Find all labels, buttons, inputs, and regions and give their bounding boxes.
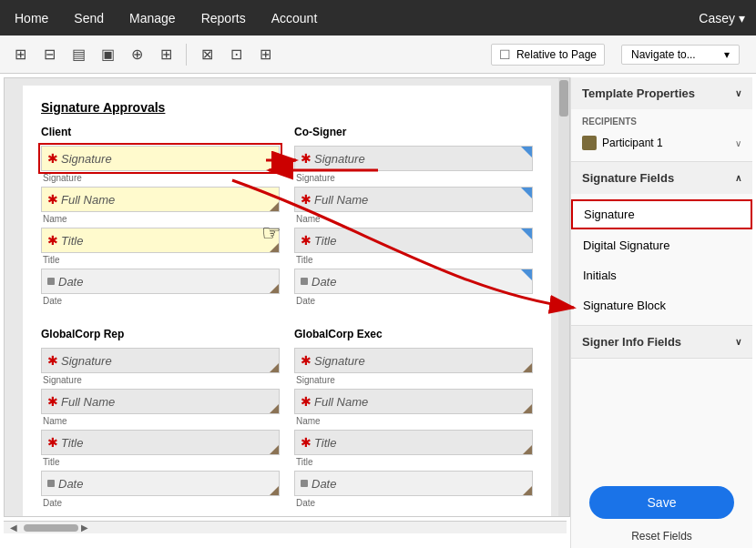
scroll-right-arrow[interactable]: ▶ <box>78 523 91 533</box>
cosigner-date-field[interactable]: Date <box>294 269 533 294</box>
template-properties-header[interactable]: Template Properties ∨ <box>571 77 752 109</box>
cosigner-date-box[interactable]: Date <box>294 269 533 294</box>
navigate-to-dropdown[interactable]: Navigate to... ▾ <box>621 45 740 65</box>
recipient-expand-chevron[interactable]: ∨ <box>735 138 741 148</box>
rep-name-box[interactable]: ✱ Full Name <box>41 389 280 414</box>
exec-name-label: Full Name <box>314 395 368 409</box>
client-title-field[interactable]: ✱ Title <box>41 228 280 253</box>
co-name-type: Name <box>294 214 533 224</box>
co-date-type: Date <box>294 296 533 306</box>
relative-to-page-button[interactable]: ☐ Relative to Page <box>491 44 605 66</box>
rep-title-field[interactable]: ✱ Title <box>41 430 280 455</box>
doc-scroll[interactable]: Signature Approvals Client ✱ Signature <box>5 78 569 516</box>
client-name-box[interactable]: ✱ Full Name <box>41 187 280 212</box>
user-chevron: ▾ <box>739 11 745 25</box>
nav-send[interactable]: Send <box>70 5 107 31</box>
exec-date-field[interactable]: Date <box>294 471 533 496</box>
resize-icon[interactable]: ⊞ <box>153 42 179 67</box>
nav-account[interactable]: Account <box>268 5 322 31</box>
exec-corner-2 <box>523 404 532 413</box>
center-h-icon[interactable]: ⊠ <box>194 42 220 67</box>
rep-name-label: Full Name <box>61 395 115 409</box>
nav-home[interactable]: Home <box>11 5 52 31</box>
exec-sig-label: Signature <box>314 354 365 368</box>
rep-sig-type: Signature <box>41 375 280 385</box>
sig-field-signature-block[interactable]: Signature Block <box>571 291 752 320</box>
rep-title-type: Title <box>41 457 280 467</box>
exec-sig-field[interactable]: ✱ Signature <box>294 348 533 373</box>
reset-fields-link[interactable]: Reset Fields <box>571 530 752 548</box>
exec-date-label: Date <box>312 477 336 491</box>
align-right-icon[interactable]: ▣ <box>95 42 120 67</box>
cosigner-signature-field[interactable]: ✱ Signature <box>294 146 533 171</box>
vertical-scrollbar[interactable] <box>558 78 569 516</box>
exec-date-box[interactable]: Date <box>294 471 533 496</box>
client-sig-type: Signature <box>41 173 280 183</box>
sig-field-digital-signature[interactable]: Digital Signature <box>571 231 752 259</box>
save-button[interactable]: Save <box>589 486 734 519</box>
co-date-label: Date <box>312 275 336 289</box>
co-req-asterisk-2: ✱ <box>301 192 312 207</box>
recipient-color-swatch <box>582 136 597 150</box>
align-middle-icon[interactable]: ⊟ <box>36 42 62 67</box>
center-v-icon[interactable]: ⊡ <box>223 42 249 67</box>
cosigner-name-field[interactable]: ✱ Full Name <box>294 187 533 212</box>
user-menu[interactable]: Casey ▾ <box>699 11 745 25</box>
nav-reports[interactable]: Reports <box>198 5 250 31</box>
recipient-row[interactable]: Participant 1 ∨ <box>582 132 741 154</box>
rep-corner-3 <box>270 445 279 454</box>
scrollbar-thumb[interactable] <box>559 80 568 117</box>
nav-manage[interactable]: Manage <box>126 5 179 31</box>
sig-field-signature[interactable]: Signature <box>571 199 752 229</box>
co-title-label: Title <box>314 234 336 248</box>
exec-title-label: Title <box>314 436 336 450</box>
toolbar: ⊞ ⊟ ▤ ▣ ⊕ ⊞ ⊠ ⊡ ⊞ ☐ Relative to Page Nav… <box>0 36 756 74</box>
cosigner-signature-box[interactable]: ✱ Signature <box>294 146 533 171</box>
corner-mark <box>270 161 279 170</box>
client-title-box[interactable]: ✱ Title <box>41 228 280 253</box>
document-page: Signature Approvals Client ✱ Signature <box>23 86 551 516</box>
rep-req-1: ✱ <box>47 353 58 368</box>
client-date-box[interactable]: Date <box>41 269 280 294</box>
rep-date-field[interactable]: Date <box>41 471 280 496</box>
rep-sig-box[interactable]: ✱ Signature <box>41 348 280 373</box>
exec-title-field[interactable]: ✱ Title <box>294 430 533 455</box>
scroll-left-arrow[interactable]: ◀ <box>7 523 20 533</box>
rep-title-label: Title <box>61 436 83 450</box>
right-panel: Template Properties ∨ RECIPIENTS Partici… <box>570 77 752 548</box>
exec-name-box[interactable]: ✱ Full Name <box>294 389 533 414</box>
client-signature-field[interactable]: ✱ Signature <box>41 146 280 171</box>
rep-sig-field[interactable]: ✱ Signature <box>41 348 280 373</box>
horizontal-scrollbar[interactable]: ◀ ▶ <box>4 521 567 533</box>
signer-info-header[interactable]: Signer Info Fields ∨ <box>571 326 752 358</box>
rep-req-3: ✱ <box>47 435 58 450</box>
rep-title-box[interactable]: ✱ Title <box>41 430 280 455</box>
rep-name-field[interactable]: ✱ Full Name <box>41 389 280 414</box>
co-req-asterisk: ✱ <box>301 151 312 166</box>
document-area[interactable]: Signature Approvals Client ✱ Signature <box>4 77 570 517</box>
signature-fields-section: Signature Fields ∧ Signature Digital Sig… <box>571 162 752 326</box>
client-signature-box[interactable]: ✱ Signature <box>41 146 280 171</box>
hscroll-thumb[interactable] <box>24 524 78 532</box>
client-name-field[interactable]: ✱ Full Name <box>41 187 280 212</box>
cosigner-title-box[interactable]: ✱ Title <box>294 228 533 253</box>
exec-sig-type: Signature <box>294 375 533 385</box>
cosigner-name-box[interactable]: ✱ Full Name <box>294 187 533 212</box>
distribute2-icon[interactable]: ⊞ <box>252 42 278 67</box>
distribute-icon[interactable]: ⊕ <box>124 42 149 67</box>
rep-date-box[interactable]: Date <box>41 471 280 496</box>
exec-title-box[interactable]: ✱ Title <box>294 430 533 455</box>
signature-fields-header[interactable]: Signature Fields ∧ <box>571 162 752 194</box>
client-column: Client ✱ Signature Signature <box>41 126 280 310</box>
exec-sig-box[interactable]: ✱ Signature <box>294 348 533 373</box>
exec-corner-4 <box>523 486 532 495</box>
required-asterisk-3: ✱ <box>47 233 58 248</box>
signer-info-section: Signer Info Fields ∨ <box>571 326 752 359</box>
client-date-field[interactable]: Date <box>41 269 280 294</box>
exec-name-field[interactable]: ✱ Full Name <box>294 389 533 414</box>
align-left-icon[interactable]: ▤ <box>66 42 91 67</box>
cosigner-title-field[interactable]: ✱ Title <box>294 228 533 253</box>
align-top-icon[interactable]: ⊞ <box>7 42 33 67</box>
sig-field-initials[interactable]: Initials <box>571 261 752 289</box>
name-field-label: Full Name <box>61 193 115 207</box>
